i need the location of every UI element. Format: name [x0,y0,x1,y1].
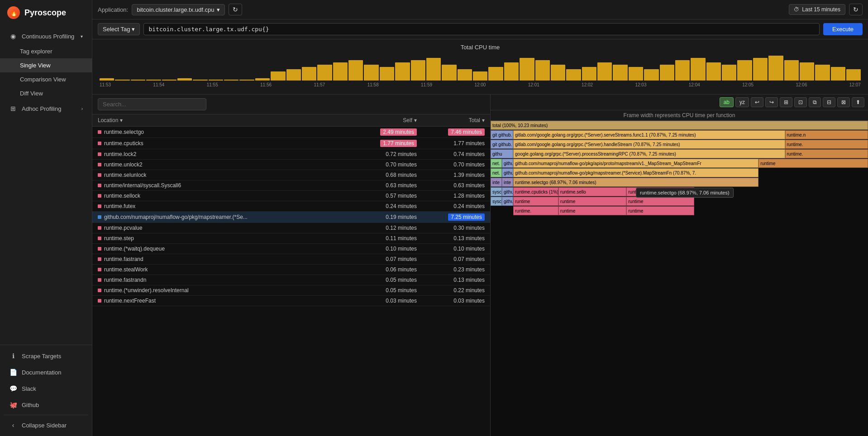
chart-bar [629,67,643,81]
flame-block-b32[interactable]: runtime [626,206,694,215]
flame-block-b17[interactable]: inte [491,178,502,187]
col-self[interactable]: Self ▾ [349,117,417,123]
sidebar-item-continuous-profiling[interactable]: ◉ Continuous Profiling ▾ [2,28,90,44]
table-row[interactable]: runtime.pcvalue0.12 minutes0.30 minutes [92,223,490,233]
chart-bar [784,60,799,81]
flame-block-b29[interactable]: runtime [626,197,694,206]
col-location[interactable]: Location ▾ [98,117,349,123]
flame-block-b20[interactable]: sysc [491,187,502,196]
flame-block-b8[interactable]: google.golang.org/grpc.(*Server).process… [513,149,785,158]
chart-x-label: 12:01 [528,82,539,87]
flame-block-b24[interactable]: runtime.selunlo [626,187,694,196]
flame-toolbar-btn-filter2[interactable]: ⊟ [823,97,835,107]
sidebar-item-slack[interactable]: 💬 Slack [2,380,90,397]
application-label: Application: [98,6,128,13]
flame-block-b15[interactable]: github.cc [502,168,513,177]
dropdown-icon: ▾ [217,6,220,13]
sidebar-item-scrape-targets[interactable]: ℹ Scrape Targets [2,348,90,364]
table-row[interactable]: runtime.nextFreeFast0.03 minutes0.03 min… [92,296,490,306]
flame-block-b26[interactable]: github. [502,197,513,206]
flame-block-b25[interactable]: sysc [491,197,502,206]
sidebar-item-github[interactable]: 🐙 Github [2,397,90,413]
sidebar-item-adhoc-profiling[interactable]: ⊞ Adhoc Profiling › [2,100,90,117]
chart-bar [706,62,721,81]
flame-block-b11[interactable]: github.cc [502,159,513,168]
search-input[interactable] [98,98,206,110]
table-row[interactable]: runtime.(*unwinder).resolveInternal0.05 … [92,285,490,296]
table-row[interactable]: runtime.sellock0.57 minutes1.28 minutes [92,191,490,201]
flame-toolbar-btn-filter1[interactable]: ⧉ [809,97,821,107]
flame-block-b7[interactable]: githu [491,149,513,158]
flame-block-b5[interactable]: gitlab.com/google.golang.org/grpc.(*Serv… [513,140,785,149]
flame-block-b14[interactable]: net. [491,168,502,177]
flame-block-b9[interactable]: runtime. [785,149,868,158]
flame-block-b22[interactable]: runtime.cputicks (1%) [513,187,558,196]
table-row[interactable]: runtime.unlock20.70 minutes0.70 minutes [92,160,490,170]
flame-block-b4[interactable]: git github. [491,140,513,149]
collapse-sidebar-btn[interactable]: ‹ Collapse Sidebar [2,417,90,433]
execute-button[interactable]: Execute [823,23,863,35]
table-row[interactable]: runtime/internal/syscall.Syscall60.63 mi… [92,180,490,191]
table-row[interactable]: runtime.(*waitq).dequeue0.10 minutes0.10… [92,244,490,254]
flame-toolbar-btn-export[interactable]: ⬆ [852,97,864,107]
sidebar-item-comparison-view[interactable]: Comparison View [0,72,92,86]
flame-toolbar-btn-yz[interactable]: yz [735,97,749,107]
flame-block-b21[interactable]: github. [502,187,513,196]
self-value: 0.68 minutes [386,172,417,178]
table-row[interactable]: runtime.fastrandn0.05 minutes0.13 minute… [92,275,490,285]
flame-block-b23[interactable]: runtime.sello [558,187,626,196]
flame-block-b18[interactable]: inte [502,178,513,187]
refresh-button[interactable]: ↻ [229,4,242,15]
cell-total: 7.46 minutes [417,128,485,136]
table-row[interactable]: runtime.selunlock0.68 minutes1.39 minute… [92,170,490,180]
flame-block-b13[interactable]: runtime [758,159,868,168]
table-row[interactable]: runtime.step0.11 minutes0.13 minutes [92,233,490,244]
table-row[interactable]: runtime.futex0.24 minutes0.24 minutes [92,201,490,212]
select-tag-button[interactable]: Select Tag ▾ [98,23,140,35]
flame-toolbar-btn-filter3[interactable]: ⊠ [837,97,850,107]
sidebar-item-documentation[interactable]: 📄 Documentation [2,364,90,380]
time-range-selector[interactable]: ⏱ Last 15 minutes [789,4,845,15]
flame-block-b1[interactable]: git github. [491,130,513,139]
flame-toolbar-btn-undo[interactable]: ↩ [751,97,763,107]
self-value: 2.49 minutes [380,128,417,136]
auto-refresh-button[interactable]: ↻ [849,4,863,15]
flame-toolbar-btn-ab[interactable]: ab [720,97,734,107]
sidebar-item-single-view[interactable]: Single View [0,58,92,72]
flame-block-b10[interactable]: net. [491,159,502,168]
sidebar-item-diff-view[interactable]: Diff View [0,86,92,100]
cell-total: 0.63 minutes [417,182,485,189]
app-selector[interactable]: bitcoin.cluster.large.tx.udf.cpu ▾ [132,4,225,15]
chart-x-label: 11:53 [100,82,111,87]
table-row[interactable]: runtime.lock20.72 minutes0.74 minutes [92,149,490,160]
flame-block-b28[interactable]: runtime [558,197,626,206]
cell-self: 0.72 minutes [349,151,417,157]
flame-block-b31[interactable]: runtime [558,206,626,215]
table-row[interactable]: runtime.stealWork0.06 minutes0.23 minute… [92,265,490,275]
col-total[interactable]: Total ▾ [417,117,485,123]
chart-bar [162,80,176,81]
flame-block-b27[interactable]: runtime [513,197,558,206]
flame-block-b30[interactable]: runtime. [513,206,558,215]
table-row[interactable]: runtime.cputicks1.77 minutes1.77 minutes [92,138,490,149]
flame-block-b12[interactable]: github.com/numaproj/numaflow-go/pkg/apis… [513,159,758,168]
flame-block-b6[interactable]: runtime. [785,140,868,149]
flame-toolbar-btn-grid[interactable]: ⊞ [780,97,792,107]
table-row[interactable]: runtime.fastrand0.07 minutes0.07 minutes [92,254,490,265]
flame-block-root[interactable]: total (100%, 10.23 minutes) [491,121,868,130]
query-input[interactable] [143,23,820,35]
chart-bar [691,58,705,81]
flame-toolbar-btn-redo[interactable]: ↪ [765,97,778,107]
table-row[interactable]: runtime.selectgo2.49 minutes7.46 minutes [92,127,490,138]
flame-block-b19[interactable]: runtime.selectgo (68.97%, 7.06 minutes) [513,178,758,187]
color-dot [98,173,101,177]
table-row[interactable]: github.com/numaproj/numaflow-go/pkg/maps… [92,212,490,223]
chart-bar [831,67,845,81]
flame-block-b3[interactable]: runtime.n [785,130,868,139]
flame-toolbar-btn-focus[interactable]: ⊡ [794,97,807,107]
flame-block-b16[interactable]: github.com/numaproj/numaflow-go/pkg/maps… [513,168,758,177]
sidebar-item-tag-explorer[interactable]: Tag explorer [0,44,92,58]
cell-self: 2.49 minutes [349,128,417,136]
flamegraph-canvas[interactable]: total (100%, 10.23 minutes)git github.gi… [491,121,868,436]
flame-block-b2[interactable]: gitlab.com/google.golang.org/grpc.(*Serv… [513,130,785,139]
